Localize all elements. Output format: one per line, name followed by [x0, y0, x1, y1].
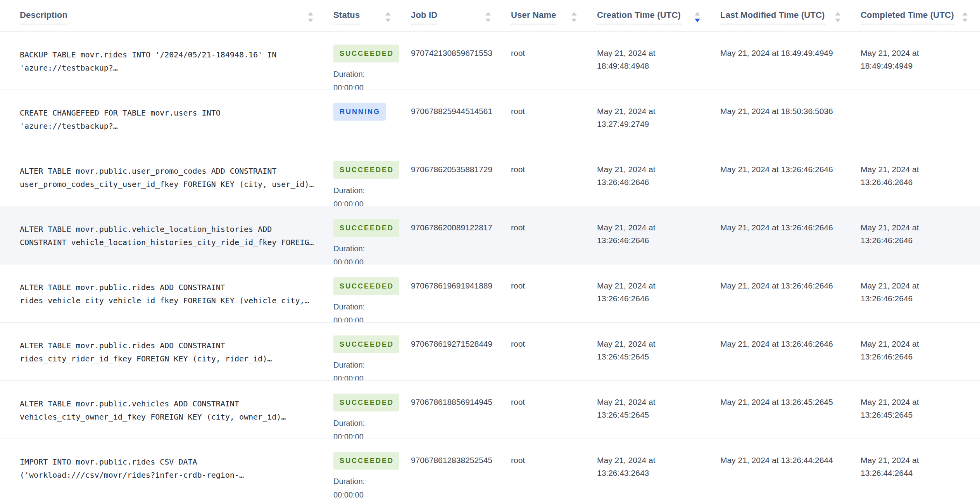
sort-icon[interactable] [307, 11, 314, 23]
duration-label: Duration: [333, 475, 394, 488]
status-badge: SUCCEEDED [333, 335, 399, 353]
status-cell: SUCCEEDED Duration: 00:00:00 [326, 381, 403, 439]
duration-value: 00:00:00 [333, 197, 394, 206]
creation-time-cell: May 21, 2024 at 18:49:48:4948 [589, 32, 713, 90]
duration-value: 00:00:00 [333, 314, 394, 322]
job-description-link[interactable]: CREATE CHANGEFEED FOR TABLE movr.users I… [20, 108, 221, 131]
description-cell: ALTER TABLE movr.public.vehicle_location… [0, 206, 326, 264]
creation-time-cell: May 21, 2024 at 13:26:45:2645 [589, 323, 713, 380]
duration-block: Duration: 00:00:00 [333, 475, 394, 501]
duration-value: 00:00:00 [333, 372, 394, 380]
table-row[interactable]: ALTER TABLE movr.public.vehicles ADD CON… [0, 381, 980, 439]
user-name-cell: root [503, 323, 589, 380]
last-modified-time-cell: May 21, 2024 at 18:50:36:5036 [713, 90, 853, 148]
status-cell: SUCCEEDED Duration: 00:00:00 [326, 264, 403, 322]
job-id-cell: 970678618856914945 [403, 381, 503, 439]
job-description-link[interactable]: ALTER TABLE movr.public.user_promo_codes… [20, 166, 314, 189]
column-header-label: Job ID [411, 10, 437, 24]
job-id-cell: 970678619271528449 [403, 323, 503, 380]
description-cell: ALTER TABLE movr.public.rides ADD CONSTR… [0, 264, 326, 322]
job-id-cell: 970678825944514561 [403, 90, 503, 148]
user-name-cell: root [503, 206, 589, 264]
column-header-user-name[interactable]: User Name [503, 0, 589, 31]
column-header-creation-time-utc[interactable]: Creation Time (UTC) [589, 0, 713, 31]
duration-label: Duration: [333, 358, 394, 372]
description-cell: CREATE CHANGEFEED FOR TABLE movr.users I… [0, 90, 326, 148]
user-name-cell: root [503, 148, 589, 206]
jobs-table: Description Status Job ID User Name [0, 0, 980, 501]
table-row[interactable]: ALTER TABLE movr.public.vehicle_location… [0, 206, 980, 264]
description-cell: ALTER TABLE movr.public.user_promo_codes… [0, 148, 326, 206]
duration-block: Duration: 00:00:00 [333, 358, 394, 380]
table-row[interactable]: ALTER TABLE movr.public.user_promo_codes… [0, 148, 980, 206]
job-description-link[interactable]: ALTER TABLE movr.public.rides ADD CONSTR… [20, 341, 272, 363]
completed-time-cell: May 21, 2024 at 13:26:46:2646 [853, 148, 980, 206]
column-header-label: Status [333, 10, 360, 24]
column-header-job-id[interactable]: Job ID [403, 0, 503, 31]
column-header-last-modified-time-utc[interactable]: Last Modified Time (UTC) [713, 0, 853, 31]
completed-time-cell: May 21, 2024 at 13:26:46:2646 [853, 206, 980, 264]
column-header-label: Last Modified Time (UTC) [720, 10, 825, 24]
duration-block: Duration: 00:00:00 [333, 300, 394, 322]
job-description-link[interactable]: ALTER TABLE movr.public.vehicle_location… [20, 225, 314, 247]
sort-icon[interactable] [834, 11, 841, 23]
duration-value: 00:00:00 [333, 488, 394, 501]
job-id-cell: 970678620089122817 [403, 206, 503, 264]
duration-value: 00:00:00 [333, 256, 394, 264]
status-badge: RUNNING [333, 103, 386, 121]
column-header-description[interactable]: Description [0, 0, 326, 31]
column-header-status[interactable]: Status [326, 0, 403, 31]
column-header-label: Completed Time (UTC) [861, 10, 954, 24]
sort-icon[interactable] [961, 11, 968, 23]
creation-time-cell: May 21, 2024 at 13:26:46:2646 [589, 206, 713, 264]
table-row[interactable]: BACKUP TABLE movr.rides INTO '/2024/05/2… [0, 32, 980, 90]
creation-time-cell: May 21, 2024 at 13:26:46:2646 [589, 148, 713, 206]
completed-time-cell: May 21, 2024 at 18:49:49:4949 [853, 32, 980, 90]
status-badge: SUCCEEDED [333, 452, 399, 470]
completed-time-cell: May 21, 2024 at 13:26:44:2644 [853, 439, 980, 501]
last-modified-time-cell: May 21, 2024 at 13:26:46:2646 [713, 148, 853, 206]
job-description-link[interactable]: BACKUP TABLE movr.rides INTO '/2024/05/2… [20, 50, 276, 73]
job-description-link[interactable]: IMPORT INTO movr.public.rides CSV DATA (… [20, 457, 244, 480]
column-header-completed-time-utc[interactable]: Completed Time (UTC) [853, 0, 980, 31]
table-row[interactable]: ALTER TABLE movr.public.rides ADD CONSTR… [0, 264, 980, 323]
description-cell: ALTER TABLE movr.public.vehicles ADD CON… [0, 381, 326, 439]
status-badge: SUCCEEDED [333, 219, 399, 237]
user-name-cell: root [503, 381, 589, 439]
duration-value: 00:00:00 [333, 81, 394, 90]
table-header-row: Description Status Job ID User Name [0, 0, 980, 32]
job-id-cell: 970678620535881729 [403, 148, 503, 206]
user-name-cell: root [503, 264, 589, 322]
table-body: BACKUP TABLE movr.rides INTO '/2024/05/2… [0, 32, 980, 501]
table-row[interactable]: IMPORT INTO movr.public.rides CSV DATA (… [0, 439, 980, 501]
table-row[interactable]: CREATE CHANGEFEED FOR TABLE movr.users I… [0, 90, 980, 148]
last-modified-time-cell: May 21, 2024 at 13:26:44:2644 [713, 439, 853, 501]
duration-label: Duration: [333, 184, 394, 197]
description-cell: IMPORT INTO movr.public.rides CSV DATA (… [0, 439, 326, 501]
completed-time-cell: May 21, 2024 at 13:26:46:2646 [853, 264, 980, 322]
duration-label: Duration: [333, 242, 394, 256]
sort-icon[interactable] [694, 11, 701, 23]
job-description-link[interactable]: ALTER TABLE movr.public.vehicles ADD CON… [20, 399, 286, 422]
duration-label: Duration: [333, 300, 394, 314]
duration-block: Duration: 00:00:00 [333, 242, 394, 264]
duration-block: Duration: 00:00:00 [333, 184, 394, 206]
completed-time-cell: May 21, 2024 at 13:26:45:2645 [853, 381, 980, 439]
duration-value: 00:00:00 [333, 430, 394, 439]
status-cell: SUCCEEDED Duration: 00:00:00 [326, 148, 403, 206]
status-cell: SUCCEEDED Duration: 00:00:00 [326, 32, 403, 90]
status-cell: SUCCEEDED Duration: 00:00:00 [326, 439, 403, 501]
status-badge: SUCCEEDED [333, 277, 399, 295]
duration-block: Duration: 00:00:00 [333, 67, 394, 90]
status-badge: SUCCEEDED [333, 45, 399, 62]
last-modified-time-cell: May 21, 2024 at 13:26:46:2646 [713, 323, 853, 380]
creation-time-cell: May 21, 2024 at 13:26:43:2643 [589, 439, 713, 501]
table-row[interactable]: ALTER TABLE movr.public.rides ADD CONSTR… [0, 323, 980, 381]
sort-icon[interactable] [485, 11, 492, 23]
job-description-link[interactable]: ALTER TABLE movr.public.rides ADD CONSTR… [20, 283, 309, 305]
job-id-cell: 970678619691941889 [403, 264, 503, 322]
user-name-cell: root [503, 90, 589, 148]
column-header-label: Creation Time (UTC) [597, 10, 681, 24]
sort-icon[interactable] [571, 11, 578, 23]
sort-icon[interactable] [385, 11, 392, 23]
